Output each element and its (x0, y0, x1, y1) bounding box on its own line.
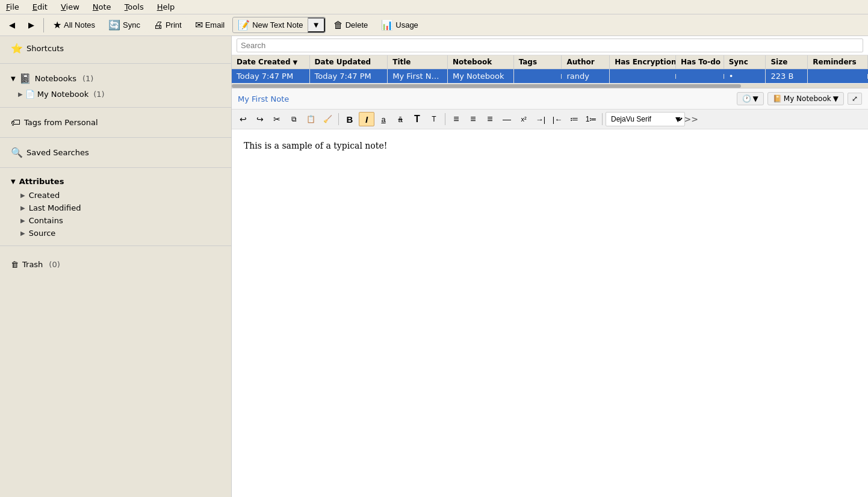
new-note-dropdown-button[interactable]: ▼ (308, 17, 324, 32)
copy-button[interactable]: ⧉ (286, 112, 302, 126)
numbered-list-button[interactable]: 1≔ (583, 112, 599, 126)
attr-contains[interactable]: ▶ Contains (6, 214, 225, 227)
scroll-thumb[interactable] (232, 84, 741, 88)
horizontal-scrollbar[interactable] (232, 84, 868, 88)
note-row[interactable]: Today 7:47 PM Today 7:47 PM My First Not… (232, 69, 868, 84)
col-notebook[interactable]: Notebook (448, 55, 514, 69)
horizontal-rule-button[interactable]: — (499, 112, 515, 126)
font-family-select[interactable]: DejaVu Serif Arial Times New Roman (606, 112, 685, 126)
delete-label: Delete (346, 20, 368, 29)
note-controls: 🕐 ▼ 📔 My Notebook ▼ ⤢ (737, 92, 862, 105)
sync-label: Sync (123, 20, 140, 29)
cell-reminders (808, 74, 868, 79)
search-icon: 🔍 (11, 147, 23, 158)
sync-button[interactable]: 🔄 Sync (103, 17, 146, 33)
attr-arrow-contains-icon: ▶ (20, 217, 25, 224)
text-larger-button[interactable]: T (409, 112, 425, 126)
sort-icon: ▼ (293, 59, 298, 66)
saved-searches-item[interactable]: 🔍 Saved Searches (6, 144, 225, 161)
col-has-encryption[interactable]: Has Encryption (610, 55, 676, 69)
erase-icon: 🧹 (323, 115, 332, 123)
print-button[interactable]: 🖨 Print (148, 17, 187, 33)
forward-button[interactable]: ▶ (23, 18, 40, 32)
align-center-button[interactable]: ≡ (465, 112, 481, 126)
shortcuts-item[interactable]: ⭐ Shortcuts (6, 40, 225, 57)
col-author[interactable]: Author (562, 55, 610, 69)
menu-file[interactable]: File (2, 1, 23, 13)
reminder-button[interactable]: 🕐 ▼ (737, 92, 764, 105)
notebook-selector[interactable]: 📔 My Notebook ▼ (767, 92, 844, 105)
col-title[interactable]: Title (388, 55, 448, 69)
new-text-note-button[interactable]: 📝 New Text Note (233, 17, 308, 32)
col-reminders[interactable]: Reminders (808, 55, 868, 69)
expand-icon: ⤢ (852, 94, 858, 103)
delete-button[interactable]: 🗑 Delete (328, 17, 374, 33)
bold-button[interactable]: B (342, 112, 358, 126)
col-date-updated[interactable]: Date Updated (310, 55, 388, 69)
note-content-editor[interactable]: This is a sample of a typical note! (232, 129, 868, 497)
columns-header: Date Created ▼ Date Updated Title Notebo… (232, 55, 868, 69)
trash-item[interactable]: 🗑 Trash (0) (6, 257, 225, 272)
all-notes-button[interactable]: ★ All Notes (48, 17, 101, 33)
shortcuts-section: ⭐ Shortcuts (0, 36, 231, 61)
delete-icon: 🗑 (333, 20, 343, 31)
text-smaller-button[interactable]: T (426, 112, 442, 126)
erase-formatting-button[interactable]: 🧹 (320, 112, 335, 126)
search-input[interactable] (237, 39, 863, 52)
col-date-created[interactable]: Date Created ▼ (232, 55, 310, 69)
notebooks-item[interactable]: ▼ 📓 Notebooks (1) (6, 70, 225, 87)
strikethrough-button[interactable]: ā (392, 112, 408, 126)
cell-sync: • (724, 69, 766, 83)
my-notebook-count: (1) (93, 90, 104, 99)
my-notebook-item[interactable]: ▶ 📄 My Notebook (1) (13, 87, 225, 101)
back-icon: ◀ (9, 20, 15, 29)
notebooks-count: (1) (82, 74, 93, 83)
attr-last-modified-label: Last Modified (29, 203, 81, 212)
attr-created[interactable]: ▶ Created (6, 189, 225, 202)
usage-button[interactable]: 📊 Usage (376, 17, 424, 33)
menu-view[interactable]: View (57, 1, 83, 13)
cut-button[interactable]: ✂ (269, 112, 285, 126)
trash-count: (0) (49, 260, 60, 269)
undo-button[interactable]: ↩ (235, 112, 251, 126)
menu-edit[interactable]: Edit (29, 1, 51, 13)
sync-icon: 🔄 (108, 19, 120, 31)
cell-notebook: My Notebook (448, 69, 514, 83)
back-button[interactable]: ◀ (4, 18, 20, 32)
expand-editor-button[interactable]: ⤢ (848, 93, 862, 105)
all-notes-icon: ★ (53, 19, 61, 31)
note-title-bar: My First Note 🕐 ▼ 📔 My Notebook ▼ ⤢ (232, 88, 868, 110)
toolbar-separator-1 (43, 18, 44, 32)
menu-tools[interactable]: Tools (121, 1, 147, 13)
col-size[interactable]: Size (766, 55, 808, 69)
tags-item[interactable]: 🏷 Tags from Personal (6, 114, 225, 131)
paste-button[interactable]: 📋 (303, 112, 318, 126)
col-sync[interactable]: Sync (724, 55, 766, 69)
sidebar: ⭐ Shortcuts ▼ 📓 Notebooks (1) ▶ 📄 My Not… (0, 36, 232, 497)
trash-section: 🗑 Trash (0) (0, 248, 231, 276)
menu-note[interactable]: Note (89, 1, 115, 13)
copy-icon: ⧉ (291, 115, 297, 123)
redo-button[interactable]: ↪ (252, 112, 268, 126)
bullet-list-button[interactable]: ≔ (566, 112, 582, 126)
note-content-text: This is a sample of a typical note! (244, 141, 387, 150)
align-left-button[interactable]: ≡ (448, 112, 464, 126)
email-button[interactable]: ✉ Email (190, 17, 231, 33)
italic-button[interactable]: I (359, 112, 374, 126)
attr-source[interactable]: ▶ Source (6, 227, 225, 239)
outdent-button[interactable]: |← (550, 112, 565, 126)
usage-label: Usage (395, 20, 418, 29)
more-formatting-button[interactable]: >> (681, 113, 700, 125)
attr-last-modified[interactable]: ▶ Last Modified (6, 202, 225, 214)
notebook-dropdown-icon: ▼ (833, 94, 839, 103)
toolbar: ◀ ▶ ★ All Notes 🔄 Sync 🖨 Print ✉ Email 📝… (0, 14, 868, 36)
col-tags[interactable]: Tags (514, 55, 562, 69)
attributes-header[interactable]: ▼ Attributes (6, 174, 225, 189)
col-has-todo[interactable]: Has To-do (676, 55, 724, 69)
align-right-button[interactable]: ≡ (482, 112, 498, 126)
superscript-button[interactable]: x² (516, 112, 532, 126)
divider-1 (0, 63, 231, 64)
indent-button[interactable]: →| (533, 112, 548, 126)
underline-button[interactable]: a (376, 112, 391, 126)
menu-help[interactable]: Help (153, 1, 179, 13)
